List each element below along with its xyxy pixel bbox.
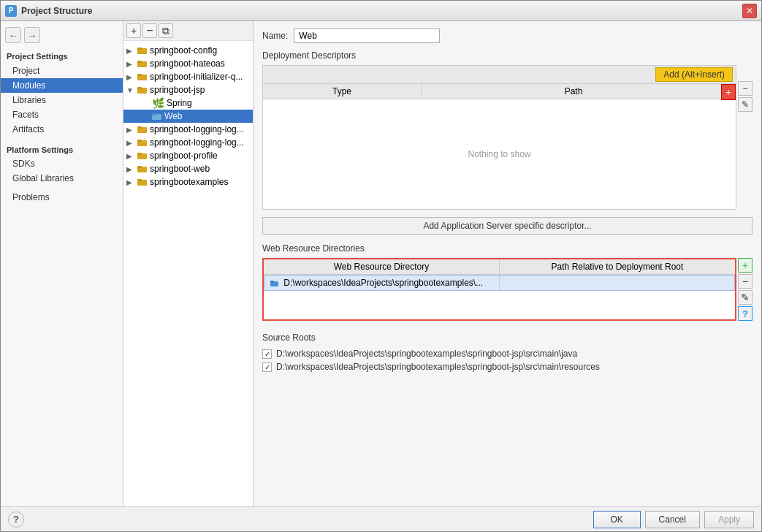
tree-item-springboot-initializer[interactable]: ▶ springboot-initializer-q... — [123, 70, 253, 83]
arrow-icon: ▶ — [126, 165, 135, 173]
svg-rect-5 — [137, 74, 142, 76]
tree-item-springboot-web[interactable]: ▶ springboot-web — [123, 162, 253, 175]
deployment-descriptors-table: Add (Alt+Insert) Type Path + Nothing to … — [262, 65, 736, 210]
desc-minus-button[interactable]: − — [738, 81, 753, 96]
platform-settings-header: Platform Settings — [1, 141, 123, 156]
close-button[interactable]: ✕ — [742, 4, 757, 18]
folder-icon — [137, 125, 148, 134]
folder-icon — [137, 59, 148, 68]
web-resource-row[interactable]: D:\workspaces\IdeaProjects\springbootexa… — [264, 275, 735, 291]
tree-item-spring[interactable]: 🌿 Spring — [123, 96, 253, 110]
arrow-icon: ▶ — [126, 139, 135, 147]
svg-rect-11 — [137, 126, 142, 129]
resource-minus-button[interactable]: − — [738, 274, 753, 289]
forward-button[interactable]: → — [24, 27, 40, 43]
folder-icon — [137, 178, 148, 186]
folder-icon — [137, 164, 148, 173]
web-resource-table-wrapper: Web Resource Directory Path Relative to … — [262, 258, 753, 321]
desc-table-header: Type Path + — [263, 84, 736, 99]
svg-rect-15 — [137, 153, 142, 155]
sidebar: ← → Project Settings Project Modules Lib… — [1, 21, 123, 506]
arrow-icon: ▶ — [126, 178, 135, 186]
sidebar-item-modules[interactable]: Modules — [1, 78, 123, 93]
tree-panel: + − ⧉ ▶ springboot-config ▶ springboot-h… — [123, 21, 254, 506]
app-icon: P — [5, 5, 17, 17]
svg-rect-3 — [137, 61, 142, 63]
tree-item-label: springboot-jsp — [150, 85, 205, 95]
arrow-icon: ▶ — [126, 73, 135, 81]
source-root-checkbox-1[interactable]: ✓ — [262, 362, 272, 372]
sidebar-item-facets[interactable]: Facets — [1, 107, 123, 122]
tree-item-springbootexamples[interactable]: ▶ springbootexamples — [123, 175, 253, 189]
tree-item-label: Web — [164, 111, 182, 121]
folder-icon — [137, 46, 148, 55]
sidebar-item-problems[interactable]: Problems — [1, 190, 123, 205]
tree-item-springboot-logging1[interactable]: ▶ springboot-logging-log... — [123, 123, 253, 136]
deployment-descriptors-wrapper: Add (Alt+Insert) Type Path + Nothing to … — [262, 65, 753, 210]
apply-button[interactable]: Apply — [704, 511, 754, 528]
main-content: ← → Project Settings Project Modules Lib… — [1, 21, 761, 506]
resource-add-button[interactable]: + — [738, 258, 753, 273]
window-title: Project Structure — [21, 6, 738, 16]
path-column-header: Path — [422, 84, 736, 99]
tree-item-springboot-jsp[interactable]: ▼ springboot-jsp — [123, 83, 253, 96]
resource-edit-button[interactable]: ✎ — [738, 290, 753, 305]
desc-edit-button[interactable]: ✎ — [738, 97, 753, 112]
add-app-server-button[interactable]: Add Application Server specific descript… — [262, 217, 753, 235]
tree-item-label: springboot-logging-log... — [150, 124, 244, 134]
source-roots-section: Source Roots ✓ D:\workspaces\IdeaProject… — [262, 332, 753, 373]
tree-remove-button[interactable]: − — [142, 23, 157, 38]
folder-icon — [137, 151, 148, 160]
resource-side-buttons: + − ✎ ? — [738, 258, 753, 321]
type-column-header: Type — [263, 84, 422, 99]
content-panel: Name: Deployment Descriptors Add (Alt+In… — [254, 21, 761, 506]
add-descriptor-button[interactable]: Add (Alt+Insert) — [655, 67, 733, 82]
help-button[interactable]: ? — [8, 512, 24, 528]
desc-table-empty: Nothing to show — [263, 99, 736, 209]
tree-toolbar: + − ⧉ — [123, 21, 253, 41]
sidebar-item-artifacts[interactable]: Artifacts — [1, 122, 123, 137]
tree-item-label: springboot-hateoas — [150, 58, 225, 69]
folder-icon — [137, 72, 148, 81]
resource-help-button[interactable]: ? — [738, 306, 753, 321]
name-row: Name: — [262, 28, 753, 43]
sidebar-item-sdks[interactable]: SDKs — [1, 156, 123, 171]
web-module-icon — [152, 112, 162, 121]
tree-content: ▶ springboot-config ▶ springboot-hateoas… — [123, 41, 253, 506]
back-button[interactable]: ← — [5, 27, 21, 43]
deployment-descriptors-title: Deployment Descriptors — [262, 50, 753, 61]
web-resource-section: Web Resource Directories Web Resource Di… — [262, 243, 753, 321]
web-resource-col1-header: Web Resource Directory — [264, 259, 500, 274]
bottom-left: ? — [8, 512, 24, 528]
tree-copy-button[interactable]: ⧉ — [159, 23, 173, 38]
tree-add-button[interactable]: + — [126, 23, 141, 38]
tree-item-label: springboot-logging-log... — [150, 137, 244, 148]
ok-button[interactable]: OK — [593, 511, 641, 528]
tree-item-label: springboot-config — [150, 45, 217, 56]
tree-item-springboot-logging2[interactable]: ▶ springboot-logging-log... — [123, 136, 253, 149]
tree-item-label: springboot-profile — [150, 151, 218, 161]
tree-item-web[interactable]: Web — [123, 110, 253, 123]
sidebar-item-project[interactable]: Project — [1, 64, 123, 78]
sidebar-item-libraries[interactable]: Libraries — [1, 93, 123, 107]
tree-item-springboot-hateoas[interactable]: ▶ springboot-hateoas — [123, 57, 253, 70]
folder-icon — [137, 138, 148, 147]
sidebar-item-global-libraries[interactable]: Global Libraries — [1, 171, 123, 186]
arrow-icon: ▶ — [126, 47, 135, 55]
tree-item-label: springbootexamples — [150, 177, 228, 187]
arrow-icon: ▶ — [126, 126, 135, 134]
folder-small-icon — [270, 279, 279, 288]
source-root-path-1: D:\workspaces\IdeaProjects\springbootexa… — [276, 362, 600, 372]
source-root-row-0: ✓ D:\workspaces\IdeaProjects\springboote… — [262, 347, 753, 360]
table-add-icon-button[interactable]: + — [721, 84, 736, 100]
cancel-button[interactable]: Cancel — [645, 511, 700, 528]
svg-rect-17 — [137, 166, 142, 168]
tree-item-label: springboot-web — [150, 164, 210, 174]
web-resource-table: Web Resource Directory Path Relative to … — [262, 258, 736, 321]
tree-item-label: Spring — [167, 98, 192, 108]
tree-item-springboot-config[interactable]: ▶ springboot-config — [123, 44, 253, 57]
source-root-checkbox-0[interactable]: ✓ — [262, 349, 272, 359]
web-resource-col2-header: Path Relative to Deployment Root — [500, 259, 735, 274]
tree-item-springboot-profile[interactable]: ▶ springboot-profile — [123, 149, 253, 162]
name-input[interactable] — [294, 28, 440, 43]
